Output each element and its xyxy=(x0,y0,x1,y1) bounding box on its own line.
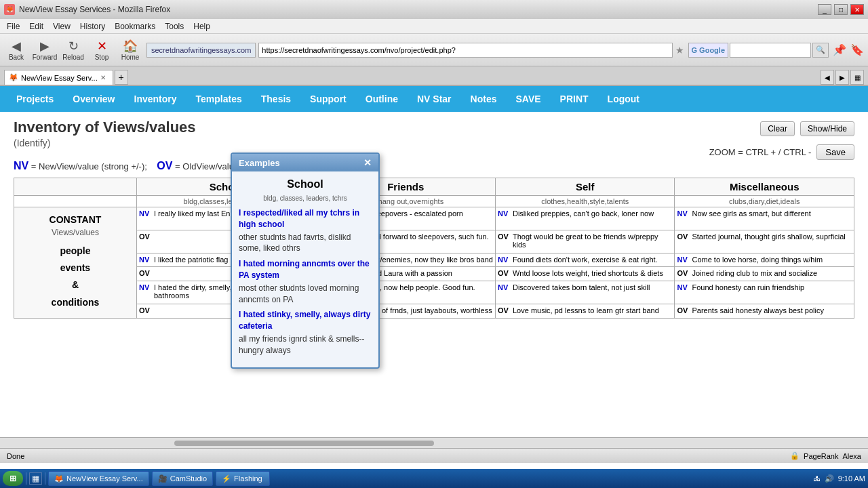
horizontal-scrollbar[interactable] xyxy=(0,437,868,448)
forward-button[interactable]: ▶ Forward xyxy=(33,39,57,61)
status-bar: Done 🔒 PageRank Alexa xyxy=(0,448,868,463)
menu-file[interactable]: File xyxy=(3,21,24,32)
taskbar-flashing-label: Flashing xyxy=(234,474,262,483)
popup-title: Examples xyxy=(239,158,280,168)
popup-entry1-nv: I respected/liked all my tchrs in high s… xyxy=(239,207,372,230)
nav-nv-star[interactable]: NV Star xyxy=(408,86,461,112)
tab-close-button[interactable]: ✕ xyxy=(100,74,106,81)
taskbar-flashing-icon: ⚡ xyxy=(222,474,231,483)
toolbar-icon-1[interactable]: 📌 xyxy=(833,43,846,56)
scroll-tabs-right[interactable]: ▶ xyxy=(835,70,849,85)
close-button[interactable]: ✕ xyxy=(850,4,864,15)
app-nav: Projects Overview Inventory Templates Th… xyxy=(0,86,868,112)
minimize-button[interactable]: _ xyxy=(818,4,831,15)
address-input[interactable] xyxy=(258,43,672,58)
nav-templates[interactable]: Templates xyxy=(186,86,252,112)
window-title: NewView Essay Services - Mozilla Firefox xyxy=(19,5,170,14)
popup-entry-2: I hated morning anncmts over the PA syst… xyxy=(239,258,372,305)
nav-inventory[interactable]: Inventory xyxy=(125,86,186,112)
popup-entry3-ov: all my friends ignrd stink & smells--hun… xyxy=(239,333,372,357)
browser-chrome: 🦊 NewView Essay Services - Mozilla Firef… xyxy=(0,0,868,86)
search-logo: G Google xyxy=(688,43,729,58)
scroll-tabs-left[interactable]: ◀ xyxy=(821,70,834,85)
nav-print[interactable]: PRINT xyxy=(551,86,598,112)
browser-tab-active[interactable]: 🦊 NewView Essay Serv... ✕ xyxy=(4,70,113,85)
browser-toolbar: ◀ Back ▶ Forward ↻ Reload ✕ Stop 🏠 Home … xyxy=(0,34,868,66)
popup-entry2-nv: I hated morning anncmts over the PA syst… xyxy=(239,258,372,281)
search-input[interactable] xyxy=(730,43,811,58)
menu-bar: File Edit View History Bookmarks Tools H… xyxy=(0,19,868,34)
nav-projects[interactable]: Projects xyxy=(7,86,63,112)
popup-sub-items: bldg, classes, leaders, tchrs xyxy=(239,195,372,202)
taskbar-camstudio[interactable]: 🎥 CamStudio xyxy=(152,471,213,486)
taskbar-icon-show-desktop[interactable]: ▦ xyxy=(29,472,42,485)
taskbar-camstudio-icon: 🎥 xyxy=(158,474,167,483)
popup-entry-1: I respected/liked all my tchrs in high s… xyxy=(239,207,372,254)
examples-popup: Examples ✕ School bldg, classes, leaders… xyxy=(231,152,380,369)
content-area: Inventory of Views/values (Identify) Cle… xyxy=(0,112,868,437)
popup-entry-3: I hated stinky, smelly, always dirty caf… xyxy=(239,309,372,356)
address-bar: secretdnaofwritingessays.com ★ xyxy=(146,43,684,58)
popup-entry1-ov: other studnts had favrts, dislikd some, … xyxy=(239,232,372,255)
nav-overview[interactable]: Overview xyxy=(63,86,124,112)
taskbar-flashing[interactable]: ⚡ Flashing xyxy=(216,471,270,486)
tabs-bar: 🦊 NewView Essay Serv... ✕ + ◀ ▶ ▦ xyxy=(0,66,868,85)
taskbar-firefox-label: NewView Essay Serv... xyxy=(66,474,143,483)
nav-notes[interactable]: Notes xyxy=(461,86,507,112)
taskbar-firefox-icon: 🦊 xyxy=(54,474,64,483)
popup-entry3-nv: I hated stinky, smelly, always dirty caf… xyxy=(239,309,372,332)
status-text: Done xyxy=(7,452,24,460)
popup-school-title: School xyxy=(239,178,372,190)
stop-button[interactable]: ✕ Stop xyxy=(90,39,114,61)
window-controls: _ □ ✕ xyxy=(818,4,864,15)
status-alexa: Alexa xyxy=(842,452,861,460)
nav-outline[interactable]: Outline xyxy=(356,86,408,112)
popup-header: Examples ✕ xyxy=(232,154,378,171)
maximize-button[interactable]: □ xyxy=(834,4,848,15)
bookmark-star-icon[interactable]: ★ xyxy=(675,45,684,56)
start-button[interactable]: ⊞ xyxy=(3,471,23,486)
search-bar: G Google 🔍 xyxy=(688,43,829,58)
taskbar-volume-icon: 🔊 xyxy=(825,474,834,483)
back-button[interactable]: ◀ Back xyxy=(4,39,28,61)
new-tab-button[interactable]: + xyxy=(115,70,128,85)
menu-tools[interactable]: Tools xyxy=(161,21,188,32)
menu-edit[interactable]: Edit xyxy=(25,21,47,32)
taskbar-camstudio-label: CamStudio xyxy=(170,474,207,483)
popup-body: School bldg, classes, leaders, tchrs I r… xyxy=(232,171,378,367)
taskbar-firefox[interactable]: 🦊 NewView Essay Serv... xyxy=(48,471,149,486)
popup-overlay: Examples ✕ School bldg, classes, leaders… xyxy=(0,112,868,437)
popup-entry2-ov: most other studnts loved morning anncmts… xyxy=(239,283,372,306)
status-pagerank: PageRank xyxy=(804,452,838,460)
popup-close-button[interactable]: ✕ xyxy=(363,157,372,168)
search-go-button[interactable]: 🔍 xyxy=(812,43,829,58)
taskbar-time: 9:10 AM xyxy=(838,474,865,483)
menu-view[interactable]: View xyxy=(49,21,75,32)
browser-icon: 🦊 xyxy=(4,4,15,15)
reload-button[interactable]: ↻ Reload xyxy=(61,39,85,61)
tab-icon: 🦊 xyxy=(9,73,18,82)
nav-thesis[interactable]: Thesis xyxy=(252,86,300,112)
menu-history[interactable]: History xyxy=(76,21,109,32)
home-button[interactable]: 🏠 Home xyxy=(118,39,142,61)
menu-bookmarks[interactable]: Bookmarks xyxy=(111,21,159,32)
nav-support[interactable]: Support xyxy=(300,86,356,112)
title-bar: 🦊 NewView Essay Services - Mozilla Firef… xyxy=(0,0,868,19)
tab-label: NewView Essay Serv... xyxy=(21,74,98,82)
toolbar-icon-2[interactable]: 🔖 xyxy=(850,43,864,56)
menu-help[interactable]: Help xyxy=(189,21,214,32)
taskbar: ⊞ ▦ 🦊 NewView Essay Serv... 🎥 CamStudio … xyxy=(0,469,868,488)
nav-save[interactable]: SAVE xyxy=(506,86,550,112)
sidebar-toggle[interactable]: ▦ xyxy=(850,70,864,85)
address-security: secretdnaofwritingessays.com xyxy=(146,43,256,58)
taskbar-network-icon: 🖧 xyxy=(813,474,821,483)
nav-logout[interactable]: Logout xyxy=(598,86,649,112)
lock-icon: 🔒 xyxy=(790,451,800,460)
